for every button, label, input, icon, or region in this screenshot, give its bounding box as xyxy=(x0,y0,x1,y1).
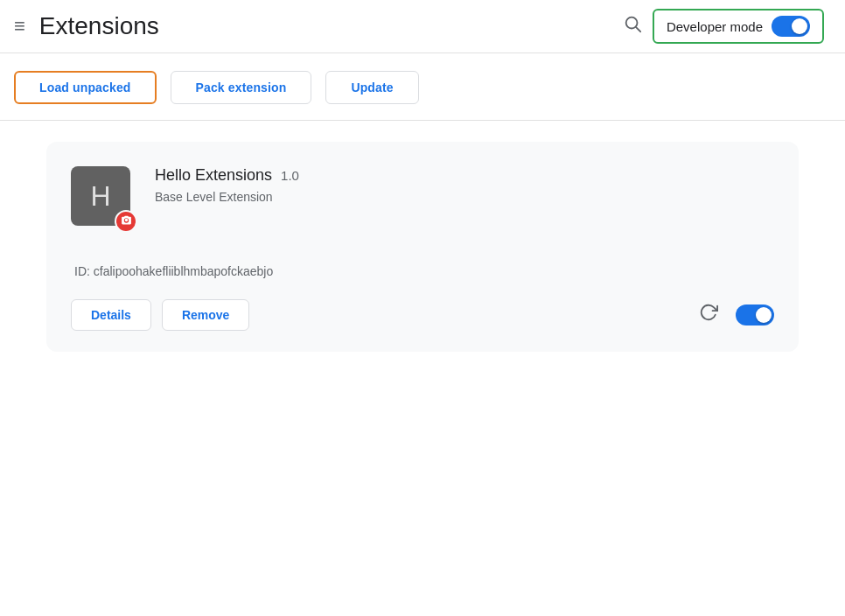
svg-line-1 xyxy=(636,27,640,32)
developer-mode-box: Developer mode xyxy=(653,9,824,44)
extension-toggle[interactable] xyxy=(736,304,774,326)
load-unpacked-button[interactable]: Load unpacked xyxy=(14,71,157,104)
card-top: H Hello Extensions 1.0 Base Level Extens… xyxy=(71,166,774,229)
extension-info: Hello Extensions 1.0 Base Level Extensio… xyxy=(155,166,774,204)
update-button[interactable]: Update xyxy=(325,71,418,104)
remove-button[interactable]: Remove xyxy=(162,299,249,331)
extension-badge xyxy=(115,210,137,233)
header-left: ≡ Extensions xyxy=(14,12,159,40)
extension-icon-wrapper: H xyxy=(71,166,134,229)
pack-extension-button[interactable]: Pack extension xyxy=(171,71,312,104)
page-header: ≡ Extensions Developer mode xyxy=(0,0,845,53)
camera-icon xyxy=(121,214,132,228)
extension-name-row: Hello Extensions 1.0 xyxy=(155,166,774,185)
extension-card: H Hello Extensions 1.0 Base Level Extens… xyxy=(46,142,799,352)
details-button[interactable]: Details xyxy=(71,299,151,331)
extension-version: 1.0 xyxy=(281,168,299,183)
reload-icon[interactable] xyxy=(699,303,718,327)
developer-mode-label: Developer mode xyxy=(667,19,763,34)
menu-icon[interactable]: ≡ xyxy=(14,15,25,38)
main-content: H Hello Extensions 1.0 Base Level Extens… xyxy=(0,121,845,373)
extension-name: Hello Extensions xyxy=(155,166,272,185)
card-bottom: Details Remove xyxy=(71,296,774,331)
header-right: Developer mode xyxy=(623,9,824,44)
search-icon[interactable] xyxy=(623,14,642,38)
developer-mode-toggle[interactable] xyxy=(772,16,810,37)
extension-description: Base Level Extension xyxy=(155,190,774,204)
extension-id: ID: cfalipoohakefliiblhmbapofckaebjo xyxy=(71,264,774,278)
toolbar: Load unpacked Pack extension Update xyxy=(0,53,845,121)
page-title: Extensions xyxy=(39,12,159,40)
